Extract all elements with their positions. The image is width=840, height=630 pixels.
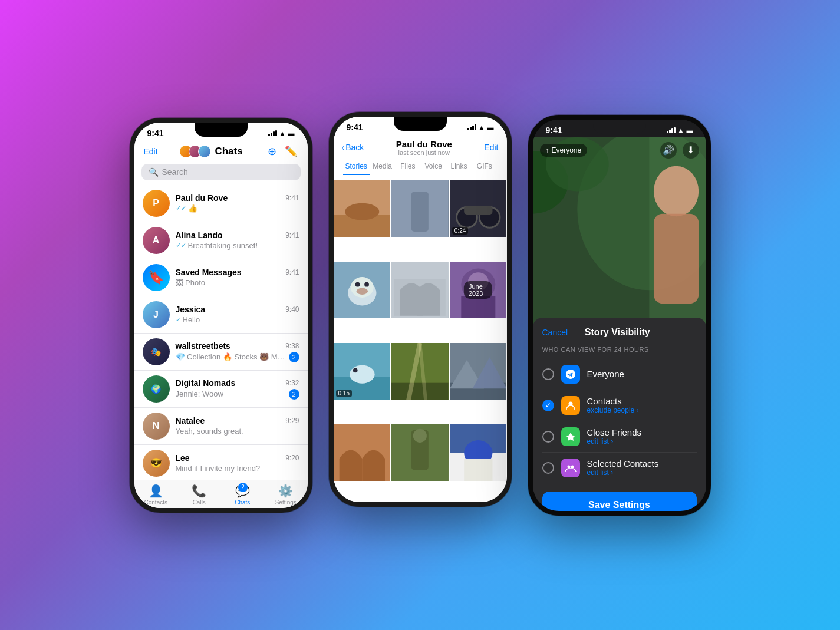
tab-links[interactable]: Links	[446, 157, 472, 175]
media-cell-2[interactable]	[391, 180, 449, 238]
bar3-3	[671, 128, 673, 133]
option-contacts[interactable]: ✓ Contacts exclude people ›	[542, 390, 697, 421]
chat-item-lee[interactable]: 😎 Lee 9:20 Mind if I invite my friend?	[134, 445, 308, 480]
chat-item-jessica[interactable]: J Jessica 9:40 ✓ Hello	[134, 296, 308, 334]
tab-settings[interactable]: ⚙️ Settings	[264, 484, 308, 506]
story-background: ↑ Everyone 🔊 ⬇	[533, 137, 706, 344]
svg-rect-45	[653, 213, 698, 304]
svg-point-14	[356, 288, 367, 295]
tab-contacts[interactable]: 👤 Contacts	[134, 484, 178, 506]
signal-bars-1	[268, 130, 277, 136]
avatar-wsb: 🎭	[143, 338, 170, 365]
chat-info-lee: Lee 9:20 Mind if I invite my friend?	[176, 453, 299, 473]
settings-icon: ⚙️	[278, 484, 293, 498]
name-row-jessica: Jessica 9:40	[176, 305, 299, 314]
media-cell-12[interactable]	[450, 424, 507, 481]
media-cell-4[interactable]	[334, 262, 391, 319]
avatar-jessica: J	[143, 301, 170, 328]
back-button[interactable]: ‹ Back	[342, 143, 364, 152]
svg-point-51	[567, 465, 570, 468]
status-icons-2: ▲ ▬	[467, 124, 494, 131]
sound-icon[interactable]: 🔊	[660, 142, 677, 159]
media-cell-3[interactable]: 0:24	[450, 180, 507, 238]
section-label: WHO CAN VIEW FOR 24 HOURS	[542, 346, 697, 353]
bar4-2	[475, 124, 476, 130]
chat-item-natalee[interactable]: N Natalee 9:29 Yeah, sounds great.	[134, 408, 308, 445]
tab-voice[interactable]: Voice	[421, 157, 446, 175]
icon-selected	[561, 459, 580, 477]
chat-name-saved: Saved Messages	[176, 268, 242, 277]
option-name-friends: Close Friends	[587, 427, 697, 437]
phone1-content: Edit Chats ⊕ ✏️ 🔍 Search	[134, 140, 308, 510]
chat-msg-dn: Jennie: Woow 2	[176, 389, 299, 400]
media-cell-5[interactable]	[391, 262, 449, 319]
tab-calls-label: Calls	[193, 499, 206, 506]
svg-point-36	[413, 428, 427, 442]
cancel-button[interactable]: Cancel	[542, 328, 568, 337]
media-cell-10[interactable]	[334, 424, 391, 481]
icon-everyone	[561, 365, 580, 384]
chat-name-lee: Lee	[176, 453, 190, 463]
chat-time-lee: 9:20	[285, 454, 299, 462]
check-mark-jessica: ✓	[176, 316, 181, 324]
search-bar[interactable]: 🔍 Search	[141, 164, 301, 180]
media-cell-11[interactable]	[391, 424, 449, 481]
chat-name-paul: Paul du Rove	[176, 193, 228, 203]
media-cell-7[interactable]: 0:15	[334, 343, 391, 400]
story-controls: ↑ Everyone 🔊 ⬇	[533, 142, 706, 159]
option-friends[interactable]: Close Friends edit list ›	[542, 421, 697, 453]
chat-msg-jessica: ✓ Hello	[176, 315, 299, 324]
media-cell-9[interactable]	[450, 343, 507, 400]
option-selected[interactable]: Selected Contacts edit list ›	[542, 453, 697, 483]
tab-chats[interactable]: 💬 2 Chats	[221, 484, 265, 506]
chat-msg-wsb: 💎 Collection 🔥 Stocks 🐻 Memes... 2	[176, 352, 299, 362]
media-cell-1[interactable]	[334, 180, 391, 238]
download-icon[interactable]: ⬇	[683, 142, 699, 159]
media-cell-6[interactable]: June 2023	[450, 262, 507, 319]
tab-chats-label: Chats	[235, 499, 250, 506]
battery-icon-2: ▬	[487, 124, 494, 131]
everyone-label: Everyone	[552, 146, 582, 154]
wifi-icon-1: ▲	[279, 130, 286, 137]
chat-item-wsb[interactable]: 🎭 wallstreetbets 9:38 💎 Collection 🔥 Sto…	[134, 334, 308, 371]
radio-selected	[542, 462, 554, 474]
chat-msg-alina: ✓✓ Breathtaking sunset!	[176, 241, 299, 250]
phone-story: 9:41 ▲ ▬	[528, 115, 711, 516]
edit-button[interactable]: Edit	[144, 147, 158, 156]
profile-edit-button[interactable]: Edit	[484, 143, 498, 152]
chat-info-alina: Alina Lando 9:41 ✓✓ Breathtaking sunset!	[176, 230, 299, 250]
avatar-alina: A	[143, 227, 170, 254]
chat-item-saved[interactable]: 🔖 Saved Messages 9:41 🖼 Photo	[134, 259, 308, 296]
phones-container: 9:41 ▲ ▬ Edit	[112, 97, 729, 533]
icon-friends	[561, 427, 580, 446]
save-settings-button[interactable]: Save Settings	[542, 492, 697, 516]
media-tabs: Stories Media Files Voice Links GIFs	[342, 157, 499, 175]
option-sub-selected: edit list ›	[587, 469, 697, 477]
chat-name-alina: Alina Lando	[176, 230, 223, 240]
compose-icon[interactable]: ✏️	[285, 145, 298, 158]
option-text-everyone: Everyone	[587, 369, 697, 379]
tab-files[interactable]: Files	[395, 157, 420, 175]
tab-calls[interactable]: 📞 Calls	[177, 484, 221, 506]
notch-2	[394, 117, 447, 131]
visibility-sheet: Cancel Story Visibility WHO CAN VIEW FOR…	[533, 318, 706, 513]
chat-list: P Paul du Rove 9:41 ✓✓ 👍 A	[134, 185, 308, 480]
option-everyone[interactable]: Everyone	[542, 359, 697, 390]
header-right: ⊕ ✏️	[268, 145, 298, 158]
chat-name-jessica: Jessica	[176, 305, 206, 314]
media-cell-8[interactable]	[391, 343, 449, 400]
chat-item-dn[interactable]: 🌍 Digital Nomads 9:32 Jennie: Woow 2	[134, 371, 308, 408]
new-group-icon[interactable]: ⊕	[268, 145, 276, 158]
tab-media[interactable]: Media	[370, 157, 395, 175]
tab-stories[interactable]: Stories	[343, 157, 370, 175]
tab-gifs[interactable]: GIFs	[472, 157, 497, 175]
svg-point-13	[364, 282, 369, 286]
chat-item-alina[interactable]: A Alina Lando 9:41 ✓✓ Breathtaking sunse…	[134, 222, 308, 259]
bar1	[268, 134, 270, 136]
tab-contacts-label: Contacts	[144, 499, 167, 506]
media-grid: 0:24	[334, 180, 507, 504]
chat-time-natalee: 9:29	[285, 417, 299, 425]
chat-item-paul[interactable]: P Paul du Rove 9:41 ✓✓ 👍	[134, 185, 308, 222]
sheet-title: Story Visibility	[585, 327, 650, 338]
bar2-3	[669, 130, 671, 133]
